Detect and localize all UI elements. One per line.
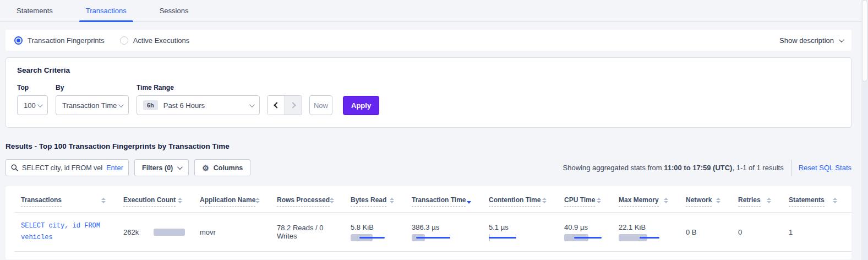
radio-unselected-icon	[120, 36, 128, 45]
search-criteria-card: Search Criteria Top 100 By Transaction T…	[6, 57, 851, 128]
time-range-field: Time Range 6h Past 6 Hours	[137, 84, 260, 115]
sort-icon[interactable]	[716, 196, 720, 203]
execution-count-value: 262k	[123, 228, 154, 236]
scrollbar-thumb[interactable]	[862, 0, 867, 82]
stat-bar-cell: 22.1 KiB	[615, 213, 683, 252]
cell-value: 78.2 Reads / 0 Writes	[277, 224, 324, 240]
column-header-bytes-read[interactable]: Bytes Read	[347, 188, 408, 213]
apply-button[interactable]: Apply	[343, 96, 379, 115]
results-controls: Enter Filters (0) ⚙ Columns Showing aggr…	[6, 159, 851, 176]
tab-transactions[interactable]: Transactions	[83, 0, 130, 21]
filters-button[interactable]: Filters (0)	[134, 159, 189, 176]
gear-icon: ⚙	[202, 164, 209, 172]
results-heading: Results - Top 100 Transaction Fingerprin…	[6, 142, 856, 150]
columns-button[interactable]: ⚙ Columns	[194, 159, 250, 176]
stat-value: 386.3 µs	[412, 223, 482, 231]
column-header-network[interactable]: Network	[683, 188, 735, 213]
mean-bar	[489, 237, 516, 239]
by-label: By	[56, 84, 137, 91]
top-select[interactable]: 100	[17, 95, 48, 115]
column-header-transactions[interactable]: Transactions	[14, 188, 120, 213]
execution-count-cell: 262k	[120, 213, 196, 252]
enter-hint[interactable]: Enter	[106, 164, 123, 172]
sort-icon[interactable]	[664, 196, 668, 203]
stats-time-range: 11:00 to 17:59 (UTC)	[664, 164, 732, 172]
time-range-pager	[267, 95, 302, 115]
column-header-statements[interactable]: Statements	[785, 188, 851, 213]
chevron-down-icon	[177, 164, 183, 170]
radio-selected-icon	[14, 36, 23, 45]
sort-icon[interactable]	[101, 196, 106, 203]
time-range-badge: 6h	[143, 100, 158, 110]
cell-value: 1	[789, 228, 793, 236]
text-cell: 78.2 Reads / 0 Writes	[274, 213, 347, 252]
results-table-card: TransactionsExecution CountApplication N…	[6, 186, 851, 259]
chevron-down-icon	[118, 102, 124, 107]
search-input[interactable]	[22, 164, 102, 172]
previous-interval-button[interactable]	[268, 96, 285, 115]
column-label: Statements	[789, 196, 825, 207]
aggregated-stats-note: Showing aggregated stats from 11:00 to 1…	[563, 164, 784, 172]
text-cell: 0	[735, 213, 785, 252]
column-label: Contention Time	[489, 196, 541, 207]
column-header-cpu-time[interactable]: CPU Time	[561, 188, 615, 213]
search-box: Enter	[6, 159, 129, 176]
chevron-down-icon	[839, 37, 844, 42]
sort-icon[interactable]	[597, 196, 601, 203]
column-header-execution-count[interactable]: Execution Count	[120, 188, 196, 213]
column-label: Execution Count	[123, 196, 176, 207]
chevron-down-icon	[37, 102, 43, 107]
next-interval-button[interactable]	[285, 96, 302, 115]
radio-transaction-fingerprints[interactable]: Transaction Fingerprints	[14, 36, 105, 45]
stat-bar-cell: 5.1 µs	[485, 213, 561, 252]
sort-icon[interactable]	[390, 196, 394, 203]
stat-value: 5.1 µs	[489, 223, 558, 231]
mean-bar	[416, 237, 450, 239]
column-header-contention-time[interactable]: Contention Time	[485, 188, 561, 213]
radio-label: Active Executions	[133, 36, 190, 45]
column-header-retries[interactable]: Retries	[735, 188, 785, 213]
column-header-max-memory[interactable]: Max Memory	[615, 188, 683, 213]
tab-statements[interactable]: Statements	[13, 0, 56, 21]
transactions-page: Statements Transactions Sessions Transac…	[0, 0, 861, 259]
search-icon	[11, 164, 18, 171]
radio-active-executions[interactable]: Active Executions	[120, 36, 190, 45]
stat-value: 40.9 µs	[564, 223, 612, 231]
scrollbar[interactable]	[861, 0, 868, 260]
stat-bar-cell: 5.8 KiB	[347, 213, 408, 252]
sort-icon[interactable]	[255, 196, 260, 203]
column-label: Rows Processed	[277, 196, 330, 207]
table-row: SELECT city, id FROM vehicles262kmovr78.…	[14, 213, 851, 252]
time-range-select[interactable]: 6h Past 6 Hours	[137, 95, 260, 115]
text-cell: 0 B	[683, 213, 735, 252]
column-label: Max Memory	[619, 196, 659, 207]
show-description-toggle[interactable]: Show description	[779, 36, 843, 45]
cell-value: 0 B	[686, 228, 697, 236]
reset-sql-stats-link[interactable]: Reset SQL Stats	[799, 164, 851, 172]
now-button[interactable]: Now	[309, 95, 332, 115]
sort-icon[interactable]	[178, 196, 182, 203]
mean-bar	[640, 237, 659, 239]
column-header-transaction-time[interactable]: Transaction Time	[408, 188, 485, 213]
sort-icon[interactable]	[833, 196, 837, 203]
mean-bar	[359, 237, 385, 239]
chevron-left-icon	[274, 102, 280, 108]
count-bar	[154, 229, 185, 236]
column-header-application-name[interactable]: Application Name	[196, 188, 274, 213]
chevron-down-icon	[249, 102, 255, 107]
transaction-fingerprint-cell: SELECT city, id FROM vehicles	[14, 213, 120, 252]
stat-value: 22.1 KiB	[619, 223, 679, 231]
sort-icon[interactable]	[542, 196, 547, 203]
page-tabs: Statements Transactions Sessions	[0, 0, 861, 22]
cell-value: movr	[200, 228, 216, 236]
transaction-fingerprint-link[interactable]: SELECT city, id FROM vehicles	[21, 222, 100, 241]
sort-icon[interactable]	[767, 196, 771, 203]
column-header-rows-processed[interactable]: Rows Processed	[274, 188, 347, 213]
top-field: Top 100	[17, 84, 56, 115]
sort-icon[interactable]	[330, 196, 334, 203]
column-label: CPU Time	[564, 196, 595, 207]
column-label: Retries	[738, 196, 761, 207]
by-select[interactable]: Transaction Time	[56, 95, 129, 115]
tab-sessions[interactable]: Sessions	[156, 0, 192, 21]
sort-desc-active-icon[interactable]	[467, 196, 471, 204]
